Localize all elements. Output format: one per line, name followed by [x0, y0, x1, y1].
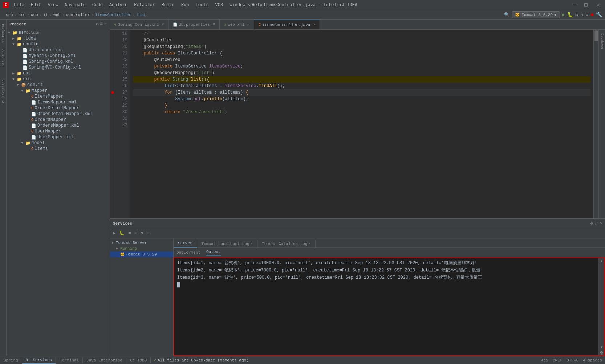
gear-icon[interactable]: ⚙	[96, 21, 98, 27]
menu-code[interactable]: Code	[89, 1, 106, 9]
tree-item-orderdetail-mapper[interactable]: ▶ C OrderDetailMapper	[7, 105, 110, 111]
output-clear-button[interactable]: 🗑	[600, 351, 604, 355]
bottom-tab-spring[interactable]: Spring	[0, 357, 22, 363]
minimize-button[interactable]: ─	[570, 1, 578, 9]
tree-item-mapper[interactable]: ▼ 📁 mapper	[7, 88, 110, 94]
tab-db-properties[interactable]: 📄 db.properties ×	[168, 20, 220, 29]
breadcrumb-ssm[interactable]: ssm	[6, 13, 13, 17]
output-scroll-up[interactable]: ▲	[600, 259, 602, 263]
more-run-options[interactable]: ≡	[586, 13, 589, 17]
close-db-properties-tab[interactable]: ×	[213, 23, 215, 26]
tree-item-out[interactable]: ▶ 📁 out	[7, 70, 110, 76]
menu-analyze[interactable]: Analyze	[106, 1, 130, 9]
output-scroll-down[interactable]: ▼	[600, 345, 602, 349]
svc-debug-button[interactable]: 🐛	[118, 230, 126, 237]
settings-icon[interactable]: ≡	[100, 21, 103, 27]
menu-view[interactable]: View	[45, 1, 61, 9]
editor-scrollbar[interactable]	[593, 30, 598, 218]
tree-item-ssm[interactable]: ▼ 📁 ssm D:\ssm	[7, 30, 110, 36]
breadcrumb-controller[interactable]: controller	[66, 13, 90, 17]
menu-edit[interactable]: Edit	[28, 1, 44, 9]
menu-vcs[interactable]: VCS	[212, 1, 226, 9]
menu-tools[interactable]: Tools	[193, 1, 212, 9]
svc-stop-button[interactable]: ■	[127, 230, 132, 237]
close-web-xml-tab[interactable]: ×	[247, 23, 249, 26]
server-tab-catalina-log[interactable]: Tomcat Catalina Log ×	[257, 240, 316, 248]
tree-item-config[interactable]: ▼ 📁 config	[7, 41, 110, 47]
close-items-controller-tab[interactable]: ×	[313, 23, 315, 27]
project-panel-toggle[interactable]: 1: Project	[1, 21, 6, 45]
services-settings-icon[interactable]: ⚙	[590, 221, 593, 226]
svc-running[interactable]: ▼ Running	[110, 246, 173, 251]
tree-item-items-mapper-xml[interactable]: ▶ 📄 ItemsMapper.xml	[7, 99, 110, 105]
close-catalina-log[interactable]: ×	[309, 242, 310, 246]
tab-spring-config[interactable]: ⚙ Spring-Config.xml ×	[110, 20, 168, 29]
deployment-sub-tab[interactable]: Deployment	[176, 250, 200, 255]
bottom-tab-terminal[interactable]: Terminal	[56, 357, 83, 363]
run-button[interactable]: ▶	[562, 12, 565, 18]
tree-item-model[interactable]: ▼ 📁 model	[7, 140, 110, 146]
search-icon[interactable]: 🔍	[504, 12, 509, 17]
close-spring-config-tab[interactable]: ×	[162, 23, 164, 26]
tree-item-user-mapper-xml[interactable]: ▶ 📄 UserMapper.xml	[7, 134, 110, 140]
services-tree: ▼ Tomcat Server ▼ Running 🐱 Tomcat 8.5.2…	[110, 238, 174, 356]
indent: 4 spaces	[583, 358, 602, 363]
favorites-panel-toggle[interactable]: 2: Favorites	[1, 77, 6, 105]
breadcrumb-src[interactable]: src	[18, 13, 25, 17]
bottom-tab-todo[interactable]: 6: TODO	[126, 357, 151, 363]
tab-items-controller[interactable]: C ItemsController.java ×	[254, 20, 320, 29]
tree-item-user-mapper[interactable]: ▶ C UserMapper	[7, 128, 110, 134]
breadcrumb-com[interactable]: com	[31, 13, 38, 17]
menu-refactor[interactable]: Refactor	[131, 1, 158, 9]
svc-tomcat-instance[interactable]: 🐱 Tomcat 8.5.29	[110, 251, 173, 257]
tree-item-com-it[interactable]: ▼ 📦 com.it	[7, 82, 110, 88]
server-tab-server[interactable]: Server	[174, 240, 197, 248]
menu-window[interactable]: Window	[227, 1, 248, 9]
bottom-tab-java-enterprise[interactable]: Java Enterprise	[83, 357, 126, 363]
svc-group-button[interactable]: ⊞	[133, 230, 138, 237]
tree-item-db-properties[interactable]: ▶ 📄 db.properties	[7, 47, 110, 53]
breakpoint-marker[interactable]	[111, 91, 114, 94]
menu-file[interactable]: File	[11, 1, 27, 9]
profile-button[interactable]: ⚡	[581, 12, 584, 18]
menu-build[interactable]: Build	[159, 1, 178, 9]
tree-item-springmvc-config[interactable]: ▶ 📄 SpringMVC-Config.xml	[7, 65, 110, 70]
output-sub-tab[interactable]: Output	[206, 250, 221, 255]
tree-item-items[interactable]: ▶ C Items	[7, 146, 110, 152]
menu-run[interactable]: Run	[178, 1, 192, 9]
collapse-icon[interactable]: −	[104, 21, 107, 27]
scroll-thumb[interactable]	[594, 30, 598, 41]
svc-more-button[interactable]: ≡	[146, 230, 151, 237]
svc-run-button[interactable]: ▶	[111, 230, 117, 237]
tab-web-xml[interactable]: ⚙ web.xml ×	[220, 20, 254, 29]
database-panel-toggle[interactable]: Database	[600, 31, 605, 51]
tree-item-mybatis-config[interactable]: ▶ 📄 MyBatis-Config.xml	[7, 53, 110, 59]
stop-button[interactable]: ■	[591, 12, 594, 18]
tree-item-orderdetail-mapper-xml[interactable]: ▶ 📄 OrderDetailMapper.xml	[7, 111, 110, 117]
tree-item-orders-mapper[interactable]: ▶ C OrdersMapper	[7, 117, 110, 123]
coverage-button[interactable]: ▷	[576, 12, 578, 18]
svc-filter-button[interactable]: ▼	[139, 230, 145, 237]
services-close-icon[interactable]: ×	[600, 221, 602, 226]
breadcrumb-web[interactable]: web	[53, 13, 61, 17]
close-localhost-log[interactable]: ×	[251, 242, 253, 246]
tree-item-items-mapper[interactable]: ▶ C ItemsMapper	[7, 94, 110, 99]
svc-tomcat-server[interactable]: ▼ Tomcat Server	[110, 240, 173, 246]
bottom-tab-services[interactable]: 8: Services	[22, 357, 56, 364]
breadcrumb-list[interactable]: list	[137, 13, 146, 17]
run-config-selector[interactable]: 🐱 Tomcat 8.5.29 ▼	[512, 11, 560, 18]
breadcrumb-it[interactable]: it	[43, 13, 48, 17]
tree-item-spring-config[interactable]: ▶ 📄 Spring-Config.xml	[7, 59, 110, 65]
maximize-button[interactable]: □	[581, 1, 590, 9]
tools-button[interactable]: 🔧	[596, 12, 602, 18]
menu-navigate[interactable]: Navigate	[62, 1, 89, 9]
tree-item-orders-mapper-xml[interactable]: ▶ 📄 OrdersMapper.xml	[7, 123, 110, 128]
server-tab-localhost-log[interactable]: Tomcat Localhost Log ×	[197, 240, 257, 248]
structure-panel-toggle[interactable]: Structure	[1, 46, 6, 69]
breadcrumb-items-controller[interactable]: ItemsController	[95, 13, 131, 17]
debug-button[interactable]: 🐛	[567, 12, 573, 18]
services-expand-icon[interactable]: ⤢	[594, 221, 598, 226]
tree-item-src[interactable]: ▼ 📁 src	[7, 76, 110, 82]
close-button[interactable]: ✕	[593, 1, 602, 9]
tree-item-idea[interactable]: ▶ 📁 .idea	[7, 36, 110, 41]
